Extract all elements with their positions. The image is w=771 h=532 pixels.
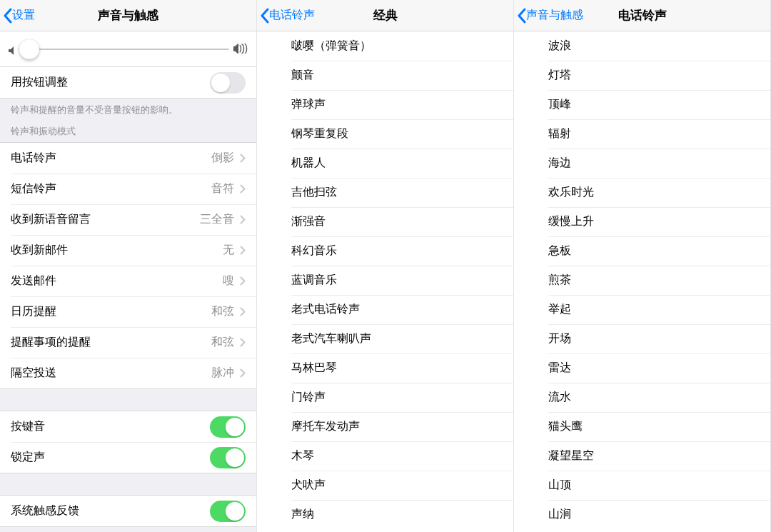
ringtone-item[interactable]: 弹球声 [257, 90, 513, 119]
volume-slider[interactable] [19, 49, 229, 50]
ringtone-item[interactable]: 凝望星空 [514, 441, 770, 471]
back-button[interactable]: 设置 [0, 8, 35, 24]
ringtone-item[interactable]: 门铃声 [257, 383, 513, 412]
ringtone-item[interactable]: 开场 [514, 324, 770, 353]
screen-ringtone: 声音与触感 电话铃声 波浪灯塔顶峰辐射海边欢乐时光缓慢上升急板煎茶举起开场雷达流… [514, 0, 771, 532]
ringtone-item[interactable]: 山涧 [514, 500, 770, 529]
row-sound-2[interactable]: 收到新语音留言三全音 [0, 204, 256, 235]
ringtone-item[interactable]: 辐射 [514, 119, 770, 149]
ringtone-item[interactable]: 猫头鹰 [514, 412, 770, 441]
row-value: 音符 [211, 181, 234, 196]
row-sound-0[interactable]: 电话铃声倒影 [0, 143, 256, 174]
chevron-right-icon [240, 368, 246, 378]
row-sound-5[interactable]: 日历提醒和弦 [0, 296, 256, 327]
chevron-right-icon [240, 307, 246, 316]
buttons-footer: 铃声和提醒的音量不受音量按钮的影响。 [0, 99, 256, 121]
chevron-right-icon [240, 154, 246, 163]
ringtone-item[interactable]: 犬吠声 [257, 471, 513, 500]
ringtone-item[interactable]: 蓝调音乐 [257, 266, 513, 295]
row-system-haptics[interactable]: 系统触感反馈 [0, 496, 256, 526]
row-sound-4[interactable]: 发送邮件嗖 [0, 266, 256, 296]
ringtone-item[interactable]: 摩托车发动声 [257, 412, 513, 441]
switch-system-haptics[interactable] [210, 501, 246, 522]
switch-1[interactable] [210, 447, 246, 468]
row-switch-0[interactable]: 按键音 [0, 411, 256, 442]
row-sound-6[interactable]: 提醒事项的提醒和弦 [0, 327, 256, 358]
ringtone-item[interactable]: 流水 [514, 383, 770, 412]
ringtone-item[interactable]: 声纳 [257, 500, 513, 529]
chevron-right-icon [240, 215, 246, 224]
haptic-group: 系统触感反馈 [0, 495, 256, 527]
ringtone-item[interactable]: 老式汽车喇叭声 [257, 324, 513, 353]
chevron-right-icon [240, 338, 246, 347]
page-title: 声音与触感 [98, 7, 158, 24]
ringtone-item[interactable]: 举起 [514, 295, 770, 324]
ringtone-item[interactable]: 木琴 [257, 441, 513, 471]
ringtone-item[interactable]: 马林巴琴 [257, 353, 513, 383]
ringtone-item[interactable]: 灯塔 [514, 61, 770, 90]
chevron-right-icon [240, 246, 246, 255]
row-value: 三全音 [200, 212, 234, 227]
ringtone-item[interactable]: 老式电话铃声 [257, 295, 513, 324]
ringtone-item[interactable]: 渐强音 [257, 207, 513, 236]
page-title: 电话铃声 [618, 7, 667, 24]
back-button[interactable]: 声音与触感 [514, 8, 583, 24]
volume-high-icon [233, 44, 248, 55]
switch-change-with-buttons[interactable] [210, 72, 246, 94]
row-value: 脉冲 [211, 366, 234, 381]
row-label: 提醒事项的提醒 [11, 335, 211, 350]
ringtone-item[interactable]: 颤音 [257, 61, 513, 90]
nav-bar: 电话铃声 经典 [257, 0, 513, 31]
volume-row [0, 31, 256, 67]
ringtone-item[interactable]: 吉他扫弦 [257, 178, 513, 207]
ringtone-item[interactable]: 顶峰 [514, 90, 770, 119]
row-value: 无 [223, 243, 234, 258]
row-label: 收到新邮件 [11, 243, 223, 258]
row-value: 倒影 [211, 151, 234, 166]
row-label: 收到新语音留言 [11, 212, 200, 227]
row-sound-7[interactable]: 隔空投送脉冲 [0, 358, 256, 388]
volume-low-icon [9, 45, 14, 54]
back-button[interactable]: 电话铃声 [257, 8, 315, 24]
row-value: 和弦 [211, 335, 234, 350]
ringtone-item[interactable]: 波浪 [514, 31, 770, 61]
volume-thumb[interactable] [19, 39, 39, 59]
ringtone-item[interactable]: 煎茶 [514, 266, 770, 295]
ringtone-item[interactable]: 海边 [514, 149, 770, 178]
ringtone-item[interactable]: 山顶 [514, 471, 770, 500]
ringtone-item[interactable]: 钢琴重复段 [257, 119, 513, 149]
chevron-left-icon [517, 8, 526, 24]
row-sound-1[interactable]: 短信铃声音符 [0, 174, 256, 204]
back-label: 电话铃声 [269, 8, 315, 23]
back-label: 设置 [12, 8, 35, 23]
ringtone-item[interactable]: 科幻音乐 [257, 236, 513, 266]
ringtone-item[interactable]: 机器人 [257, 149, 513, 178]
row-sound-3[interactable]: 收到新邮件无 [0, 235, 256, 266]
chevron-left-icon [3, 8, 12, 24]
row-label: 系统触感反馈 [11, 503, 210, 518]
nav-bar: 声音与触感 电话铃声 [514, 0, 770, 31]
ringtone-item[interactable]: 急板 [514, 236, 770, 266]
switch-0[interactable] [210, 416, 246, 438]
ringtone-item[interactable]: 缓慢上升 [514, 207, 770, 236]
row-label: 锁定声 [11, 450, 210, 465]
row-change-with-buttons[interactable]: 用按钮调整 [0, 67, 256, 98]
row-label: 短信铃声 [11, 181, 211, 196]
ringtone-item[interactable]: 啵嘤（弹簧音） [257, 31, 513, 61]
row-switch-1[interactable]: 锁定声 [0, 442, 256, 473]
ringtone-item[interactable]: 欢乐时光 [514, 178, 770, 207]
row-value: 嗖 [223, 273, 234, 288]
page-title: 经典 [373, 7, 398, 24]
row-label: 电话铃声 [11, 151, 211, 166]
screen-classic-ringtones: 电话铃声 经典 啵嘤（弹簧音）颤音弹球声钢琴重复段机器人吉他扫弦渐强音科幻音乐蓝… [257, 0, 514, 532]
row-value: 和弦 [211, 304, 234, 319]
ringtone-list: 波浪灯塔顶峰辐射海边欢乐时光缓慢上升急板煎茶举起开场雷达流水猫头鹰凝望星空山顶山… [514, 31, 770, 532]
back-label: 声音与触感 [526, 8, 583, 23]
content-area: 用按钮调整 铃声和提醒的音量不受音量按钮的影响。 铃声和振动模式 电话铃声倒影短… [0, 31, 256, 532]
row-label: 日历提醒 [11, 304, 211, 319]
chevron-left-icon [260, 8, 269, 24]
nav-bar: 设置 声音与触感 [0, 0, 256, 31]
ringtone-item[interactable]: 雷达 [514, 353, 770, 383]
row-label: 隔空投送 [11, 366, 211, 381]
haptic-footer: 为系统控制和互动提供触感反馈。 [0, 527, 256, 532]
